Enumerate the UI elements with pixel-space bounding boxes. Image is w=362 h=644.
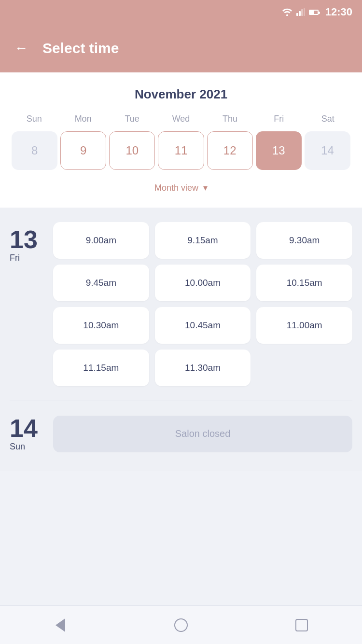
status-time: 12:30 (325, 6, 352, 18)
time-slot-1045[interactable]: 10.45am (155, 307, 251, 344)
day-8[interactable]: 8 (12, 131, 57, 170)
day-14-cell[interactable]: 14 (305, 131, 350, 170)
weekday-mon: Mon (58, 112, 107, 126)
day-13[interactable]: 13 (256, 131, 302, 170)
weekday-fri: Fri (254, 112, 303, 126)
nav-home-button[interactable] (169, 613, 193, 637)
day13-name: Fri (10, 253, 53, 263)
time-slot-1030[interactable]: 10.30am (53, 307, 149, 344)
day13-section: 13 Fri 9.00am 9.15am 9.30am 9.45am 10.00… (0, 208, 362, 401)
time-slot-1000[interactable]: 10.00am (155, 265, 251, 301)
day14-name: Sun (10, 442, 53, 452)
status-icons (282, 8, 320, 16)
time-slot-900[interactable]: 9.00am (53, 222, 149, 259)
back-button[interactable]: ← (14, 41, 28, 56)
salon-closed-label: Salon closed (53, 416, 352, 452)
calendar-month: November 2021 (10, 87, 352, 102)
month-view-toggle[interactable]: Month view ▾ (10, 178, 352, 198)
time-slot-945[interactable]: 9.45am (53, 265, 149, 301)
day14-section: 14 Sun Salon closed (0, 401, 362, 471)
weekday-sat: Sat (304, 112, 352, 126)
weekday-tue: Tue (108, 112, 156, 126)
back-triangle-icon (56, 618, 65, 632)
weekday-sun: Sun (10, 112, 58, 126)
header: ← Select time (0, 24, 362, 72)
header-title: Select time (42, 40, 119, 56)
nav-recent-button[interactable] (290, 613, 314, 637)
nav-back-button[interactable] (48, 613, 72, 637)
chevron-down-icon: ▾ (203, 182, 208, 193)
time-slot-930[interactable]: 9.30am (256, 222, 352, 259)
calendar-weekdays: Sun Mon Tue Wed Thu Fri Sat (10, 112, 352, 126)
nav-spacer (0, 471, 362, 510)
month-view-label: Month view (154, 183, 198, 193)
signal-icon (296, 8, 305, 16)
svg-rect-0 (296, 13, 298, 16)
day-11[interactable]: 11 (158, 131, 204, 170)
day13-time-layout: 13 Fri 9.00am 9.15am 9.30am 9.45am 10.00… (10, 217, 352, 391)
time-slot-915[interactable]: 9.15am (155, 222, 251, 259)
recent-square-icon (295, 619, 308, 631)
time-slot-1130[interactable]: 11.30am (155, 350, 251, 386)
svg-rect-1 (299, 11, 301, 16)
nav-bar (0, 605, 362, 644)
weekday-wed: Wed (156, 112, 205, 126)
svg-rect-2 (301, 9, 303, 16)
day-12[interactable]: 12 (207, 131, 253, 170)
calendar-section: November 2021 Sun Mon Tue Wed Thu Fri Sa… (0, 72, 362, 208)
weekday-thu: Thu (206, 112, 254, 126)
day14-number-block: 14 Sun (10, 411, 53, 457)
day14-layout: 14 Sun Salon closed (10, 411, 352, 457)
time-slot-1100[interactable]: 11.00am (256, 307, 352, 344)
day13-number: 13 (10, 227, 53, 252)
battery-icon (309, 10, 319, 15)
time-slot-1115[interactable]: 11.15am (53, 350, 149, 386)
svg-rect-3 (304, 8, 305, 16)
wifi-icon (282, 8, 292, 16)
calendar-days: 8 9 10 11 12 13 14 (10, 131, 352, 170)
home-circle-icon (174, 618, 188, 632)
day-10[interactable]: 10 (109, 131, 155, 170)
day14-number: 14 (10, 416, 53, 441)
status-bar: 12:30 (0, 0, 362, 24)
time-slot-1015[interactable]: 10.15am (256, 265, 352, 301)
day13-slots-grid: 9.00am 9.15am 9.30am 9.45am 10.00am 10.1… (53, 222, 352, 386)
day-9[interactable]: 9 (60, 131, 106, 170)
day13-number-block: 13 Fri (10, 222, 53, 268)
